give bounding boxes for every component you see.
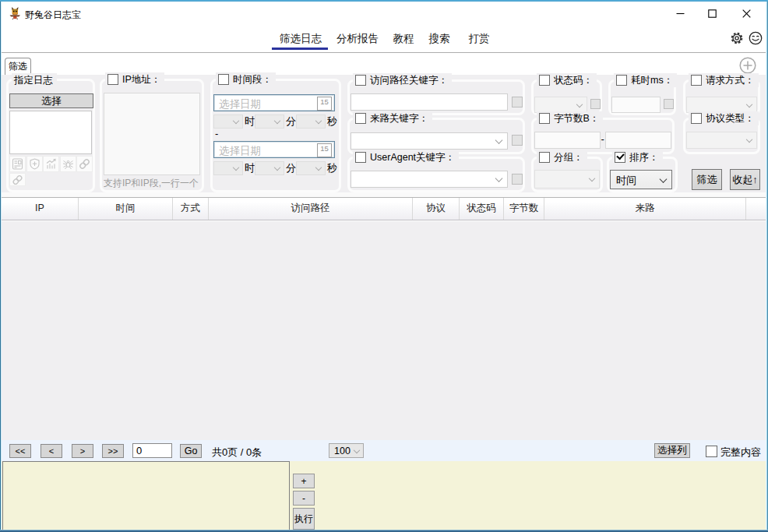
execute-button[interactable]: 执行 [293, 508, 315, 530]
end-hour-select[interactable] [213, 161, 243, 175]
status-code-checkbox[interactable] [539, 75, 550, 86]
menu-item-analysis-report[interactable]: 分析报告 [336, 32, 379, 45]
menu-item-filter-log[interactable]: 筛选日志 [280, 32, 322, 45]
start-date-input[interactable]: 选择日期 15 [213, 94, 335, 111]
group-by-checkbox[interactable] [539, 152, 550, 163]
status-code-more-button[interactable] [590, 99, 601, 109]
add-tab-button[interactable] [739, 57, 756, 74]
collapse-button[interactable]: 收起↑ [730, 169, 760, 190]
path-keyword-checkbox[interactable] [355, 75, 366, 86]
bytes-checkbox[interactable] [539, 113, 550, 124]
log-security-button[interactable] [26, 156, 43, 172]
link-icon [79, 158, 90, 170]
select-log-button[interactable]: 选择 [9, 93, 93, 108]
referer-keyword-more-button[interactable] [512, 135, 523, 146]
protocol-type-checkbox[interactable] [691, 113, 702, 124]
filter-button[interactable]: 筛选 [692, 169, 722, 190]
sort-combobox[interactable]: 时间 [610, 170, 672, 189]
go-button[interactable]: Go [180, 444, 202, 458]
end-second-select[interactable] [296, 161, 326, 175]
start-hour-select[interactable] [213, 115, 243, 129]
prev-page-button[interactable]: < [41, 444, 62, 458]
sort-checkbox[interactable] [615, 152, 625, 163]
useragent-keyword-more-button[interactable] [512, 174, 523, 185]
time-range-checkbox[interactable] [218, 74, 229, 85]
menu-item-tutorial[interactable]: 教程 [393, 32, 414, 45]
settings-gear-icon[interactable] [730, 31, 744, 45]
log-link2-button[interactable] [9, 173, 26, 186]
referer-keyword-label: 来路关键字： [370, 112, 428, 125]
calendar-icon[interactable]: 15 [317, 97, 332, 111]
time-range-label: 时间段： [233, 73, 272, 86]
column-header-protocol[interactable]: 协议 [413, 198, 460, 220]
close-button[interactable] [733, 3, 759, 23]
end-minute-select[interactable] [255, 161, 284, 175]
log-report-button[interactable] [9, 156, 26, 172]
elapsed-ms-more-button[interactable] [664, 99, 674, 109]
column-header-ip[interactable]: IP [2, 198, 79, 220]
last-page-button[interactable]: >> [102, 444, 124, 458]
calendar-icon[interactable]: 15 [317, 143, 332, 157]
group-by-label: 分组： [554, 151, 583, 164]
maximize-button[interactable] [699, 3, 725, 23]
path-keyword-label: 访问路径关键字： [370, 74, 448, 87]
log-list-box[interactable] [9, 111, 92, 154]
ip-address-textarea[interactable] [104, 93, 200, 175]
table-body[interactable] [2, 221, 766, 440]
start-second-select[interactable] [296, 115, 326, 129]
end-date-input[interactable]: 选择日期 15 [213, 141, 335, 158]
next-page-button[interactable]: > [72, 444, 93, 458]
link-icon [12, 174, 23, 185]
column-header-empty [746, 198, 766, 220]
window-border-top [0, 0, 768, 2]
column-header-referer[interactable]: 来路 [544, 198, 746, 220]
minimize-icon [676, 9, 685, 18]
full-content-checkbox[interactable] [706, 446, 717, 457]
tab-filter[interactable]: 筛选 [5, 58, 31, 75]
column-header-path[interactable]: 访问路径 [209, 198, 413, 220]
date-range-separator: - [215, 128, 218, 139]
bytes-min-input[interactable] [534, 132, 601, 149]
zoom-out-button[interactable]: - [293, 491, 315, 506]
request-method-label: 请求方式： [706, 74, 755, 87]
useragent-keyword-combobox[interactable] [351, 171, 508, 188]
page-size-combobox[interactable]: 100 [329, 443, 364, 458]
title-bar: 野兔谷日志宝 [2, 2, 766, 25]
log-chart-button[interactable] [43, 156, 59, 172]
end-second-label: 秒 [327, 161, 337, 175]
page-number-input[interactable]: 0 [132, 443, 172, 458]
request-method-checkbox[interactable] [691, 75, 702, 86]
elapsed-ms-checkbox[interactable] [616, 75, 627, 86]
plus-circle-icon [739, 57, 756, 74]
bytes-label: 字节数B： [554, 112, 599, 125]
protocol-type-combobox[interactable] [686, 132, 757, 149]
log-spider-button[interactable] [60, 156, 76, 172]
request-method-combobox[interactable] [686, 97, 757, 113]
smiley-icon[interactable] [749, 31, 763, 45]
bytes-max-input[interactable] [605, 132, 671, 149]
column-header-bytes[interactable]: 字节数 [504, 198, 544, 220]
first-page-button[interactable]: << [9, 444, 31, 458]
column-header-method[interactable]: 方式 [173, 198, 209, 220]
status-code-combobox[interactable] [534, 97, 587, 113]
path-keyword-input[interactable] [351, 93, 508, 111]
zoom-in-button[interactable]: + [293, 474, 315, 488]
referer-keyword-checkbox[interactable] [355, 113, 366, 124]
menu-item-donate[interactable]: 打赏 [469, 32, 490, 45]
start-minute-select[interactable] [255, 115, 284, 129]
column-header-status[interactable]: 状态码 [460, 198, 504, 220]
referer-keyword-combobox[interactable] [351, 132, 508, 150]
path-keyword-more-button[interactable] [512, 97, 523, 107]
minimize-button[interactable] [667, 3, 693, 23]
elapsed-ms-input[interactable] [611, 97, 661, 113]
useragent-keyword-checkbox[interactable] [355, 152, 366, 163]
ip-address-checkbox[interactable] [107, 74, 118, 85]
column-header-time[interactable]: 时间 [79, 198, 173, 220]
select-columns-button[interactable]: 选择列 [654, 443, 690, 458]
group-by-combobox[interactable] [534, 170, 600, 188]
command-box[interactable] [2, 461, 290, 530]
elapsed-ms-label: 耗时ms： [631, 74, 673, 87]
log-link-button[interactable] [76, 156, 93, 172]
menu-item-search[interactable]: 搜索 [429, 32, 450, 45]
start-date-placeholder: 选择日期 [219, 97, 261, 111]
